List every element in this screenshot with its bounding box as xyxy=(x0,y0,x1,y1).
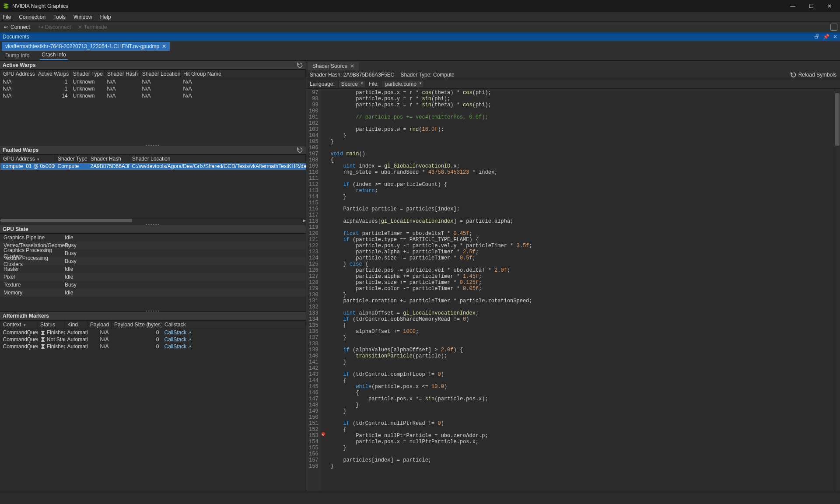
connect-button[interactable]: Connect xyxy=(3,24,30,30)
titlebar: NVIDIA Nsight Graphics — ☐ ✕ xyxy=(0,0,840,12)
tab-close-icon[interactable]: ✕ xyxy=(162,43,166,49)
gpu-state-row: Texture Processing ClustersBusy xyxy=(0,257,306,265)
status-bar xyxy=(0,491,840,504)
aftermath-title: Aftermath Markers xyxy=(3,313,49,319)
table-row[interactable]: N/A1UnknownN/AN/AN/A xyxy=(0,78,306,85)
callstack-link[interactable]: CallStack xyxy=(164,329,191,336)
menubar: File Connection Tools Window Help xyxy=(0,12,840,22)
active-warps-header: Active Warps xyxy=(0,61,306,70)
gpu-state-row: PixelIdle xyxy=(0,273,306,281)
document-tab-label: vkaftermathtestkhr-7648-20220713_123054-… xyxy=(5,43,159,49)
right-pane: Shader Source ✕ Shader Hash: 2A9B875D66A… xyxy=(306,61,840,491)
gpu-state-row: TextureBusy xyxy=(0,281,306,289)
window-close-button[interactable]: ✕ xyxy=(824,3,835,9)
reload-icon xyxy=(791,72,797,78)
language-select[interactable]: Source xyxy=(338,80,365,88)
refresh-icon[interactable] xyxy=(297,62,303,68)
gpu-state-table: Graphics PipelineIdleVertex/Tesselation/… xyxy=(0,234,306,297)
menu-file[interactable]: File xyxy=(3,14,11,20)
menu-connection[interactable]: Connection xyxy=(19,14,46,20)
table-row[interactable]: CommandQueue 2 FinishedAutomaticN/A0Call… xyxy=(0,343,306,350)
disconnect-icon xyxy=(37,24,43,30)
window-minimize-button[interactable]: — xyxy=(788,3,798,9)
documents-title: Documents xyxy=(3,34,29,40)
active-warps-table: GPU Address Active Warps Shader Type Sha… xyxy=(0,70,306,99)
document-tabs: vkaftermathtestkhr-7648-20220713_123054-… xyxy=(0,41,840,51)
col-header[interactable]: Shader Location xyxy=(140,70,181,78)
nvidia-logo-icon xyxy=(3,3,10,10)
aftermath-table: Context Status Kind Payload Payload Size… xyxy=(0,320,306,350)
col-header[interactable]: GPU Address xyxy=(0,154,55,163)
col-header[interactable]: Shader Location xyxy=(130,154,306,163)
tab-dump-info[interactable]: Dump Info xyxy=(4,51,31,60)
faulted-warps-title: Faulted Warps xyxy=(3,147,38,153)
left-pane: Active Warps GPU Address Active Warps Sh… xyxy=(0,61,306,491)
col-header[interactable]: Active Warps xyxy=(35,70,70,78)
terminate-button: ✕ Terminate xyxy=(78,24,107,30)
shader-source-tab[interactable]: Shader Source ✕ xyxy=(308,62,359,70)
col-header[interactable]: GPU Address xyxy=(0,70,35,78)
col-header[interactable]: Payload xyxy=(88,321,112,329)
gpu-state-header: GPU State xyxy=(0,225,306,234)
file-select[interactable]: particle.comp xyxy=(382,80,424,88)
gpu-state-row: RasterIdle xyxy=(0,265,306,273)
monitor-icon[interactable] xyxy=(830,24,837,31)
col-header[interactable]: Shader Hash xyxy=(88,154,130,163)
toolbar: Connect Disconnect ✕ Terminate xyxy=(0,22,840,32)
table-row[interactable]: CommandQueue 1 Not StartedAutomaticN/A0C… xyxy=(0,336,306,343)
tab-crash-info[interactable]: Crash Info xyxy=(40,50,67,60)
main-split: Active Warps GPU Address Active Warps Sh… xyxy=(0,60,840,491)
col-header[interactable]: Shader Type xyxy=(55,154,88,163)
window-maximize-button[interactable]: ☐ xyxy=(806,3,816,9)
crash-subtabs: Dump Info Crash Info xyxy=(0,51,840,60)
col-header[interactable]: Shader Type xyxy=(70,70,105,78)
breakpoint-marker[interactable] xyxy=(321,432,326,436)
connect-icon xyxy=(3,24,9,30)
gpu-state-row: MemoryIdle xyxy=(0,289,306,297)
v-scrollbar[interactable] xyxy=(835,89,840,491)
restore-icon[interactable]: 🗗 xyxy=(814,34,819,40)
menu-help[interactable]: Help xyxy=(100,14,111,20)
callstack-link[interactable]: CallStack xyxy=(164,343,191,350)
document-tab[interactable]: vkaftermathtestkhr-7648-20220713_123054-… xyxy=(2,42,170,51)
breakpoint-gutter[interactable] xyxy=(321,89,327,491)
shader-lang-bar: Language: Source File: particle.comp xyxy=(306,79,840,89)
faulted-warps-header: Faulted Warps xyxy=(0,146,306,154)
col-header[interactable]: Payload Size (bytes) xyxy=(112,321,162,329)
table-row[interactable]: CommandQueue 1 FinishedAutomaticN/A0Call… xyxy=(0,329,306,336)
gpu-state-title: GPU State xyxy=(3,226,28,232)
col-header[interactable]: Context xyxy=(0,321,38,329)
code-editor[interactable]: 9798991001011021031041051061071081091101… xyxy=(306,89,840,491)
disconnect-button: Disconnect xyxy=(37,24,71,30)
table-row[interactable]: N/A14UnknownN/AN/AN/A xyxy=(0,92,306,99)
col-header[interactable]: Kind xyxy=(65,321,88,329)
col-header[interactable]: Callstack xyxy=(162,321,306,329)
app-title: NVIDIA Nsight Graphics xyxy=(12,3,68,9)
h-scrollbar[interactable]: ◀ ▶ xyxy=(0,218,306,222)
faulted-warps-table: GPU Address Shader Type Shader Hash Shad… xyxy=(0,154,306,170)
table-row[interactable]: compute_01 @ 0x00000db0 Compute 2A9B875D… xyxy=(0,163,306,170)
col-header[interactable]: Shader Hash xyxy=(105,70,140,78)
line-number-gutter: 9798991001011021031041051061071081091101… xyxy=(306,89,321,491)
aftermath-header: Aftermath Markers xyxy=(0,312,306,320)
menu-window[interactable]: Window xyxy=(74,14,92,20)
gpu-state-row: Graphics PipelineIdle xyxy=(0,234,306,242)
menu-tools[interactable]: Tools xyxy=(53,14,66,20)
col-header[interactable]: Hit Group Name xyxy=(181,70,306,78)
reload-symbols-button[interactable]: Reload Symbols xyxy=(791,72,836,78)
code-content: particle.pos.x = r * cos(theta) * cos(ph… xyxy=(327,89,840,491)
shader-source-tabs: Shader Source ✕ xyxy=(306,61,840,70)
active-warps-title: Active Warps xyxy=(3,62,36,68)
terminate-icon: ✕ xyxy=(78,24,82,30)
documents-header: Documents 🗗 📌 ✕ xyxy=(0,32,840,41)
shader-info-bar: Shader Hash: 2A9B875D66A3F5EC Shader Typ… xyxy=(306,70,840,79)
pin-icon[interactable]: 📌 xyxy=(823,34,830,40)
callstack-link[interactable]: CallStack xyxy=(164,336,191,343)
refresh-icon[interactable] xyxy=(297,147,303,153)
table-row[interactable]: N/A1UnknownN/AN/AN/A xyxy=(0,85,306,92)
tab-close-icon[interactable]: ✕ xyxy=(350,63,354,69)
col-header[interactable]: Status xyxy=(38,321,65,329)
close-icon[interactable]: ✕ xyxy=(833,34,837,40)
